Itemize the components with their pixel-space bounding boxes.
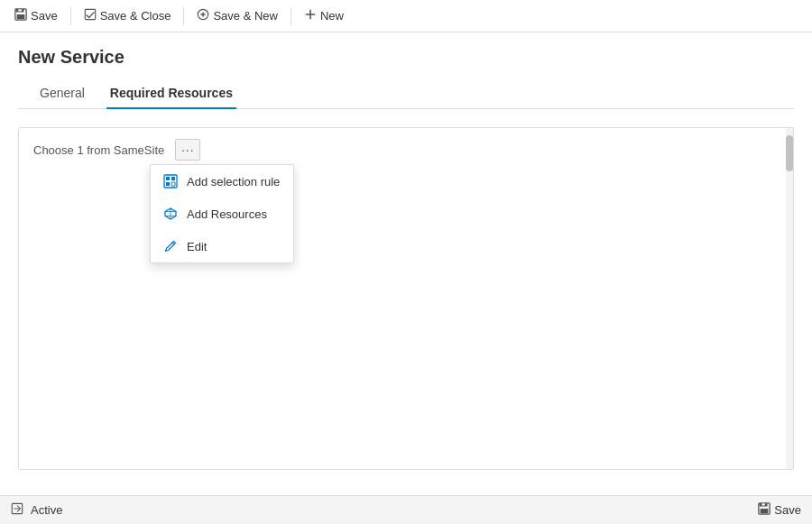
add-selection-rule-icon: [163, 174, 178, 188]
save-new-button[interactable]: Save & New: [189, 5, 285, 27]
ellipsis-icon: ···: [181, 142, 195, 157]
separator-3: [291, 7, 291, 25]
tab-required-resources[interactable]: Required Resources: [106, 78, 236, 109]
svg-rect-10: [171, 182, 175, 186]
svg-rect-3: [18, 9, 22, 11]
svg-rect-8: [171, 177, 175, 180]
status-left: Active: [11, 502, 62, 518]
tab-bar: General Required Resources: [18, 78, 794, 109]
edit-icon: [163, 239, 178, 253]
svg-rect-7: [166, 177, 170, 180]
new-button[interactable]: New: [297, 5, 351, 27]
page-title: New Service: [18, 47, 794, 68]
menu-item-edit[interactable]: Edit: [151, 230, 293, 262]
svg-rect-4: [85, 9, 95, 19]
svg-rect-2: [17, 14, 25, 19]
tab-general[interactable]: General: [36, 78, 88, 109]
status-right: Save: [758, 502, 801, 518]
save-icon: [14, 8, 27, 23]
resource-section: Choose 1 from SameSite ···: [18, 127, 794, 470]
separator-1: [70, 7, 71, 25]
new-icon: [304, 8, 317, 23]
separator-2: [183, 7, 184, 25]
main-content: New Service General Required Resources C…: [0, 32, 812, 495]
status-open-icon: [11, 502, 23, 518]
status-save-button[interactable]: Save: [758, 502, 801, 518]
save-close-label: Save & Close: [100, 9, 171, 23]
menu-item-add-selection-rule[interactable]: Add selection rule: [151, 165, 293, 198]
svg-rect-9: [166, 182, 170, 186]
tab-content-required-resources: Choose 1 from SameSite ···: [0, 109, 812, 495]
save-button[interactable]: Save: [7, 5, 65, 27]
scrollbar-thumb[interactable]: [786, 135, 793, 171]
resource-row: Choose 1 from SameSite ···: [19, 128, 793, 171]
status-save-icon: [758, 502, 770, 518]
scrollbar[interactable]: [786, 128, 793, 469]
page-header: New Service General Required Resources: [0, 32, 812, 109]
menu-item-add-selection-rule-label: Add selection rule: [187, 175, 280, 188]
save-new-icon: [197, 8, 209, 23]
new-label: New: [320, 9, 344, 23]
resource-label: Choose 1 from SameSite: [33, 143, 164, 157]
save-close-button[interactable]: Save & Close: [77, 5, 179, 27]
status-bar: Active Save: [0, 495, 812, 524]
context-menu: Add selection rule Add Re: [150, 164, 294, 263]
add-resources-icon: [163, 207, 178, 221]
save-label: Save: [31, 9, 58, 23]
toolbar: Save Save & Close Save & New New: [0, 0, 812, 32]
ellipsis-button[interactable]: ···: [175, 139, 200, 161]
svg-rect-15: [762, 503, 766, 505]
save-close-icon: [84, 8, 97, 23]
menu-item-add-resources[interactable]: Add Resources: [151, 198, 293, 230]
svg-rect-14: [761, 509, 769, 513]
status-label: Active: [31, 503, 62, 517]
menu-item-add-resources-label: Add Resources: [187, 207, 267, 221]
status-save-label: Save: [774, 503, 801, 517]
menu-item-edit-label: Edit: [187, 240, 207, 253]
save-new-label: Save & New: [213, 9, 278, 23]
